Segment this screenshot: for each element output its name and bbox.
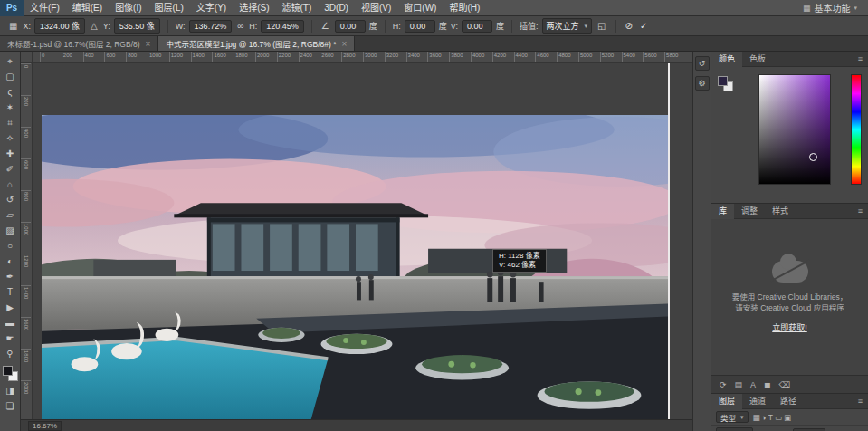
menu-item[interactable]: 图像(I) bbox=[109, 0, 148, 16]
menu-item[interactable]: 编辑(E) bbox=[66, 0, 109, 16]
spot-healing-brush-tool[interactable]: ✚ bbox=[1, 146, 20, 161]
screen-mode-button[interactable]: ❏ bbox=[1, 398, 20, 414]
hue-slider[interactable] bbox=[851, 74, 862, 185]
ruler-origin-corner[interactable] bbox=[21, 52, 33, 63]
path-selection-tool[interactable]: ▶ bbox=[1, 300, 20, 315]
properties-panel-icon[interactable]: ⚙ bbox=[695, 76, 710, 91]
shape-tool[interactable]: ▬ bbox=[1, 315, 20, 330]
filter-type-layers-icon[interactable]: T bbox=[768, 413, 774, 422]
width-input[interactable]: 136.72% bbox=[189, 20, 233, 33]
tab-layers[interactable]: 图层 bbox=[711, 394, 742, 409]
opacity-field[interactable]: 100% ▾ bbox=[793, 428, 825, 431]
tab-paths[interactable]: 路径 bbox=[773, 394, 804, 409]
library-delete-icon[interactable]: ⌫ bbox=[779, 380, 791, 389]
magic-wand-tool[interactable]: ✶ bbox=[1, 100, 20, 115]
zoom-tool[interactable]: ⚲ bbox=[1, 346, 20, 361]
tab-adjustments[interactable]: 调整 bbox=[734, 204, 765, 219]
history-brush-tool[interactable]: ↺ bbox=[1, 192, 20, 207]
ruler-tick: 1800 bbox=[21, 349, 31, 380]
ruler-tick: 200 bbox=[62, 52, 83, 62]
tab-swatches[interactable]: 色板 bbox=[742, 52, 773, 67]
transform-bounding-box-edge[interactable] bbox=[668, 63, 670, 419]
warp-mode-icon[interactable]: ◱ bbox=[596, 21, 607, 31]
canvas-area: 0200400600800100012001400160018002000220… bbox=[21, 52, 692, 431]
filter-shape-layers-icon[interactable]: ▭ bbox=[774, 413, 783, 422]
clone-stamp-tool[interactable]: ⌂ bbox=[1, 177, 20, 192]
h-skew-unit: 度 bbox=[439, 20, 447, 32]
brush-tool[interactable]: ✐ bbox=[1, 161, 20, 177]
close-icon[interactable]: × bbox=[146, 39, 151, 49]
height-input[interactable]: 120.45% bbox=[261, 20, 304, 33]
menu-item[interactable]: 图层(L) bbox=[148, 0, 190, 16]
history-panel-icon[interactable]: ↺ bbox=[695, 56, 710, 71]
interpolation-select[interactable]: 两次立方 ▾ bbox=[542, 18, 593, 34]
foreground-color-swatch[interactable] bbox=[3, 366, 13, 376]
document-tab-active[interactable]: 中式示范区模型1.jpg @ 16.7% (图层 2, RGB/8#) * × bbox=[158, 36, 355, 51]
cancel-transform-button[interactable]: ⊘ bbox=[624, 21, 634, 31]
tab-channels[interactable]: 通道 bbox=[742, 394, 773, 409]
lasso-tool[interactable]: ς bbox=[1, 84, 20, 100]
tab-color[interactable]: 颜色 bbox=[711, 52, 742, 67]
v-skew-input[interactable]: 0.00 bbox=[462, 20, 492, 33]
foreground-color-swatch[interactable] bbox=[718, 76, 728, 86]
filter-adjustment-layers-icon[interactable]: ◑ bbox=[761, 413, 768, 422]
dodge-tool[interactable]: ◐ bbox=[1, 254, 20, 269]
x-input[interactable]: 1324.00 像 bbox=[34, 18, 85, 34]
library-add-char-style-icon[interactable]: A bbox=[750, 380, 756, 389]
menu-item[interactable]: 选择(S) bbox=[233, 0, 275, 16]
quick-mask-button[interactable]: ◨ bbox=[1, 383, 20, 398]
type-tool[interactable]: T bbox=[1, 284, 20, 300]
panel-menu-icon[interactable]: ≡ bbox=[853, 397, 868, 406]
v-skew-unit: 度 bbox=[496, 20, 504, 32]
rectangular-marquee-tool[interactable]: ▢ bbox=[1, 69, 20, 84]
ruler-tick: 1000 bbox=[148, 52, 169, 62]
eraser-tool[interactable]: ▱ bbox=[1, 207, 20, 223]
tab-styles[interactable]: 样式 bbox=[765, 204, 796, 219]
zoom-level-field[interactable]: 16.67% bbox=[28, 421, 62, 431]
vertical-ruler[interactable]: 0200400600800100012001400160018002000 bbox=[21, 63, 33, 419]
eyedropper-tool[interactable]: ✧ bbox=[1, 130, 20, 146]
document-canvas[interactable] bbox=[42, 115, 668, 419]
horizontal-ruler[interactable]: 0200400600800100012001400160018002000220… bbox=[33, 52, 692, 63]
crop-tool[interactable]: ⌗ bbox=[1, 115, 20, 130]
workspace-switcher[interactable]: ▦ 基本功能 ▾ bbox=[792, 1, 868, 14]
filter-pixel-layers-icon[interactable]: ▦ bbox=[752, 413, 761, 422]
pen-tool[interactable]: ✒ bbox=[1, 269, 20, 284]
reference-point-icon[interactable]: ▦ bbox=[7, 21, 19, 31]
panel-menu-icon[interactable]: ≡ bbox=[853, 206, 868, 216]
menu-item[interactable]: 窗口(W) bbox=[397, 0, 443, 16]
hand-tool[interactable]: ☛ bbox=[1, 330, 20, 346]
blur-tool[interactable]: ○ bbox=[1, 238, 20, 254]
document-tab-untitled[interactable]: 未标题-1.psd @ 16.7%(图层 2, RGB/8) × bbox=[0, 36, 158, 51]
color-panel-header: 颜色 色板 ≡ bbox=[711, 52, 868, 67]
filter-smart-objects-icon[interactable]: ▣ bbox=[783, 413, 792, 422]
close-icon[interactable]: × bbox=[342, 39, 348, 49]
separator bbox=[511, 20, 512, 33]
y-input[interactable]: 535.50 像 bbox=[114, 18, 160, 34]
h-skew-input[interactable]: 0.00 bbox=[405, 20, 435, 33]
gradient-tool[interactable]: ▨ bbox=[1, 223, 20, 238]
menu-item[interactable]: 3D(D) bbox=[318, 0, 355, 16]
link-dimensions-icon[interactable]: ∞ bbox=[235, 21, 245, 31]
menu-item[interactable]: 滤镜(T) bbox=[276, 0, 319, 16]
move-tool[interactable]: ⌖ bbox=[1, 53, 20, 69]
menu-item[interactable]: 帮助(H) bbox=[443, 0, 486, 16]
layer-filter-kind-select[interactable]: 类型 ▾ bbox=[716, 411, 749, 423]
get-creative-cloud-link[interactable]: 立即获取! bbox=[772, 321, 807, 333]
library-sync-icon[interactable]: ⟳ bbox=[720, 380, 727, 389]
saturation-brightness-field[interactable] bbox=[758, 74, 831, 185]
panel-menu-icon[interactable]: ≡ bbox=[853, 54, 868, 63]
menu-item[interactable]: 视图(V) bbox=[355, 0, 397, 16]
library-add-graphic-icon[interactable]: ▤ bbox=[735, 380, 743, 389]
canvas-viewport[interactable]: H: 1128 像素 V: 462 像素 bbox=[33, 63, 692, 419]
menubar: Ps 文件(F)编辑(E)图像(I)图层(L)文字(Y)选择(S)滤镜(T)3D… bbox=[0, 0, 868, 16]
menu-item[interactable]: 文字(Y) bbox=[190, 0, 233, 16]
commit-transform-button[interactable]: ✓ bbox=[638, 21, 649, 31]
rotate-angle-input[interactable]: 0.00 bbox=[335, 20, 366, 33]
tab-libraries[interactable]: 库 bbox=[711, 204, 734, 219]
library-add-color-icon[interactable]: ◼ bbox=[764, 380, 770, 389]
color-field-cursor[interactable] bbox=[809, 153, 817, 161]
relative-positioning-icon[interactable]: △ bbox=[89, 21, 100, 31]
menu-item[interactable]: 文件(F) bbox=[24, 0, 66, 16]
blend-mode-select[interactable]: 正常 ▾ bbox=[716, 427, 753, 431]
